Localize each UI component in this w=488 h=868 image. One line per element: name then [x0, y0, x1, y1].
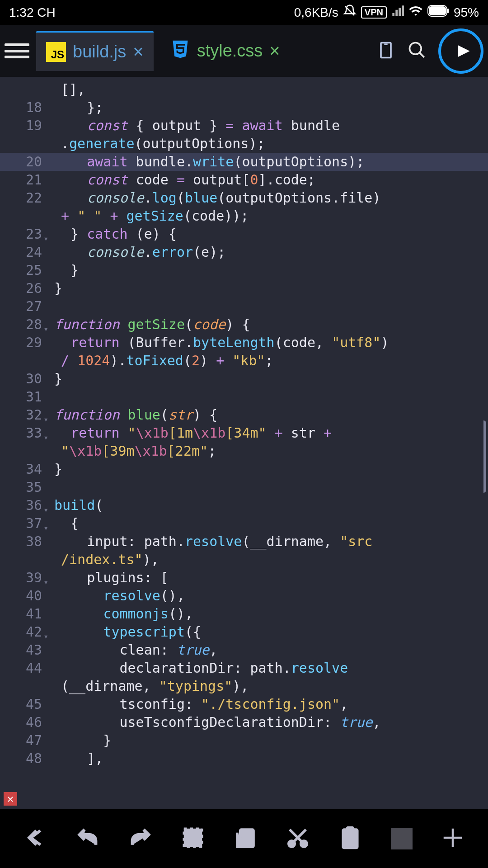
code-content[interactable]: [],: [47, 80, 85, 99]
device-preview-icon[interactable]: [376, 40, 396, 62]
code-content[interactable]: {: [47, 514, 79, 533]
code-line[interactable]: 18 };: [0, 99, 488, 117]
code-content[interactable]: .generate(outputOptions);: [47, 135, 265, 153]
code-content[interactable]: + " " + getSize(code));: [47, 207, 249, 225]
code-content[interactable]: await bundle.write(outputOptions);: [47, 153, 364, 171]
code-content[interactable]: plugins: [: [47, 569, 169, 587]
code-content[interactable]: console.error(e);: [47, 243, 225, 261]
code-content[interactable]: console.log(blue(outputOptions.file): [47, 189, 389, 207]
code-line[interactable]: 31: [0, 388, 488, 406]
code-line[interactable]: 41 commonjs(),: [0, 605, 488, 623]
code-content[interactable]: };: [47, 99, 103, 117]
code-line[interactable]: /index.ts"),: [0, 551, 488, 569]
search-icon[interactable]: [407, 40, 427, 62]
tab-build-js[interactable]: JS build.js ×: [36, 31, 154, 71]
scrollbar[interactable]: [481, 420, 486, 493]
copy-button[interactable]: [233, 826, 258, 852]
code-line[interactable]: / 1024).toFixed(2) + "kb";: [0, 352, 488, 370]
line-number: 33▾: [0, 424, 47, 442]
code-content[interactable]: / 1024).toFixed(2) + "kb";: [47, 352, 273, 370]
code-line[interactable]: 46 useTsconfigDeclarationDir: true,: [0, 713, 488, 731]
code-content[interactable]: "\x1b[39m\x1b[22m";: [47, 442, 216, 460]
code-line[interactable]: 19 const { output } = await bundle: [0, 117, 488, 135]
code-content[interactable]: (__dirname, "typings"),: [47, 677, 249, 695]
code-line[interactable]: 38 input: path.resolve(__dirname, "src: [0, 533, 488, 551]
redo-button[interactable]: [128, 826, 153, 852]
line-number: 22: [0, 189, 47, 207]
code-content[interactable]: build(: [47, 496, 103, 514]
code-content[interactable]: function getSize(code) {: [47, 316, 250, 334]
code-content[interactable]: [47, 388, 54, 406]
code-content[interactable]: declarationDir: path.resolve: [47, 659, 348, 677]
code-content[interactable]: [47, 297, 54, 316]
code-line[interactable]: 26}: [0, 279, 488, 297]
code-line[interactable]: "\x1b[39m\x1b[22m";: [0, 442, 488, 460]
code-line[interactable]: 45 tsconfig: "./tsconfig.json",: [0, 695, 488, 713]
collapse-button[interactable]: [23, 826, 47, 852]
code-editor[interactable]: ✕ [],18 };19 const { output } = await bu…: [0, 77, 488, 809]
code-content[interactable]: typescript({: [47, 623, 201, 641]
select-all-button[interactable]: [181, 826, 205, 852]
code-content[interactable]: ],: [47, 750, 103, 768]
code-content[interactable]: }: [47, 279, 62, 297]
stop-button[interactable]: [391, 828, 413, 849]
code-line[interactable]: 30}: [0, 370, 488, 388]
code-line[interactable]: 35: [0, 478, 488, 496]
paste-button[interactable]: [338, 826, 362, 852]
code-content[interactable]: tsconfig: "./tsconfig.json",: [47, 695, 348, 713]
code-content[interactable]: return (Buffer.byteLength(code, "utf8"): [47, 334, 397, 352]
code-line[interactable]: [],: [0, 80, 488, 99]
code-line[interactable]: (__dirname, "typings"),: [0, 677, 488, 695]
line-number: 31: [0, 388, 47, 406]
code-content[interactable]: [47, 478, 54, 496]
code-content[interactable]: return "\x1b[1m\x1b[34m" + str +: [47, 424, 340, 442]
code-line[interactable]: 29 return (Buffer.byteLength(code, "utf8…: [0, 334, 488, 352]
code-line[interactable]: 32▾function blue(str) {: [0, 406, 488, 424]
code-content[interactable]: const code = output[0].code;: [47, 171, 315, 189]
code-line[interactable]: 34}: [0, 460, 488, 478]
run-button[interactable]: [438, 28, 483, 74]
code-content[interactable]: const { output } = await bundle: [47, 117, 340, 135]
code-line[interactable]: 24 console.error(e);: [0, 243, 488, 261]
code-line[interactable]: 43 clean: true,: [0, 641, 488, 659]
code-line[interactable]: .generate(outputOptions);: [0, 135, 488, 153]
code-line[interactable]: 23▾ } catch (e) {: [0, 225, 488, 243]
code-content[interactable]: commonjs(),: [47, 605, 193, 623]
code-line[interactable]: 37▾ {: [0, 514, 488, 533]
code-line[interactable]: 36▾build(: [0, 496, 488, 514]
code-content[interactable]: clean: true,: [47, 641, 217, 659]
close-icon[interactable]: ×: [269, 41, 280, 61]
code-line[interactable]: 44 declarationDir: path.resolve: [0, 659, 488, 677]
code-line[interactable]: 48 ],: [0, 750, 488, 768]
code-content[interactable]: input: path.resolve(__dirname, "src: [47, 533, 372, 551]
code-content[interactable]: }: [47, 731, 111, 750]
code-line[interactable]: 39▾ plugins: [: [0, 569, 488, 587]
code-content[interactable]: }: [47, 460, 62, 478]
code-line[interactable]: 20 await bundle.write(outputOptions);: [0, 153, 488, 171]
line-number: [0, 207, 47, 225]
code-line[interactable]: 47 }: [0, 731, 488, 750]
close-icon[interactable]: ×: [133, 42, 143, 62]
code-line[interactable]: 21 const code = output[0].code;: [0, 171, 488, 189]
undo-button[interactable]: [75, 826, 100, 852]
code-line[interactable]: 25 }: [0, 261, 488, 279]
code-content[interactable]: useTsconfigDeclarationDir: true,: [47, 713, 380, 731]
code-line[interactable]: 28▾function getSize(code) {: [0, 316, 488, 334]
code-content[interactable]: function blue(str) {: [47, 406, 217, 424]
code-content[interactable]: }: [47, 261, 79, 279]
code-content[interactable]: resolve(),: [47, 587, 185, 605]
code-line[interactable]: 42▾ typescript({: [0, 623, 488, 641]
cut-button[interactable]: [286, 826, 310, 852]
code-line[interactable]: 33▾ return "\x1b[1m\x1b[34m" + str +: [0, 424, 488, 442]
code-line[interactable]: + " " + getSize(code));: [0, 207, 488, 225]
code-content[interactable]: /index.ts"),: [47, 551, 159, 569]
error-badge[interactable]: ✕: [4, 792, 17, 806]
code-content[interactable]: } catch (e) {: [47, 225, 177, 243]
tab-style-css[interactable]: style.css ×: [160, 30, 290, 72]
code-content[interactable]: }: [47, 370, 62, 388]
code-line[interactable]: 22 console.log(blue(outputOptions.file): [0, 189, 488, 207]
code-line[interactable]: 40 resolve(),: [0, 587, 488, 605]
code-line[interactable]: 27: [0, 297, 488, 316]
menu-button[interactable]: [5, 41, 29, 61]
add-button[interactable]: [441, 826, 465, 852]
